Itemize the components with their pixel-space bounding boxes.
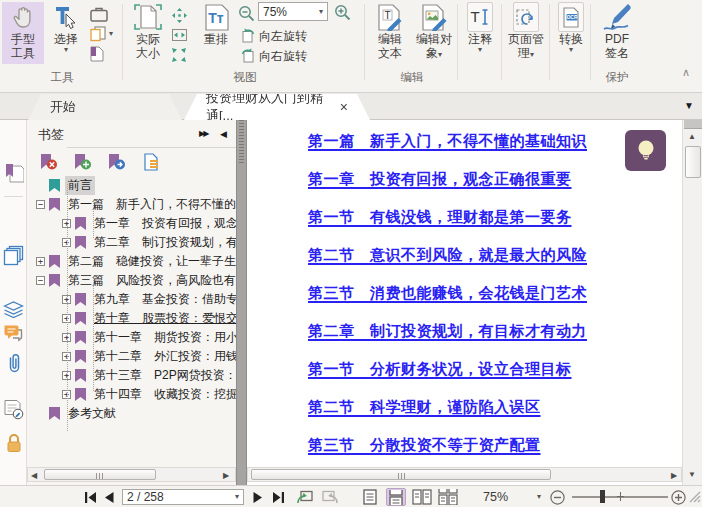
convert-button[interactable]: OCR 转换 ▾ <box>553 2 589 64</box>
previous-page-button[interactable] <box>104 486 114 507</box>
camera-icon[interactable] <box>90 5 110 23</box>
page-thumbnails-icon[interactable] <box>3 244 24 266</box>
edit-text-button[interactable]: T 编辑文本 <box>369 2 411 64</box>
bookmark-tree-item[interactable]: 前言 <box>27 176 236 195</box>
assistant-lightbulb-button[interactable] <box>625 130 666 171</box>
bookmark-label[interactable]: 第十章 股票投资：爱恨交 <box>91 309 236 328</box>
toc-link[interactable]: 第三节 分散投资不等于资产配置 <box>308 437 682 453</box>
expand-bookmarks-icon[interactable] <box>139 151 163 173</box>
panel-forward-icon[interactable]: ▶▶ <box>199 129 207 138</box>
attachments-panel-icon[interactable] <box>3 352 24 374</box>
comment-button[interactable]: T 注释 ▾ <box>461 2 499 64</box>
toc-link[interactable]: 第三节 消费也能赚钱，会花钱是门艺术 <box>308 285 682 301</box>
rotate-left-icon[interactable] <box>240 26 260 44</box>
purple-page-icon[interactable] <box>90 45 110 63</box>
edit-object-button[interactable]: 编辑对象▾ <box>413 2 455 64</box>
bookmark-label[interactable]: 第三篇 风险投资，高风险也有 <box>65 271 236 290</box>
zoom-level-combobox[interactable]: 75% ▾ <box>258 2 328 21</box>
facing-layout-icon[interactable] <box>412 486 432 507</box>
bookmark-tree-item[interactable]: +第二章 制订投资规划，有 <box>27 233 236 252</box>
bookmark-label[interactable]: 第十四章 收藏投资：挖掘 <box>91 385 236 404</box>
scroll-up-icon[interactable]: ▲ <box>688 132 696 141</box>
collapse-ribbon-icon[interactable]: ∧ <box>682 66 690 79</box>
delete-bookmark-icon[interactable] <box>36 151 60 173</box>
tab-document[interactable]: 投资理财从入门到精通[... × <box>184 94 370 120</box>
fit-visible-icon[interactable] <box>172 46 192 64</box>
scroll-right-icon[interactable]: ▶ <box>671 471 677 480</box>
zoom-in-circle-icon[interactable] <box>671 486 686 507</box>
zoom-slider-thumb[interactable] <box>600 490 605 503</box>
previous-view-button[interactable] <box>296 486 313 507</box>
next-page-button[interactable] <box>253 486 263 507</box>
bookmark-label[interactable]: 第十二章 外汇投资：用钱 <box>91 347 236 366</box>
zoom-out-icon[interactable] <box>238 4 258 22</box>
panel-collapse-icon[interactable]: ◀ <box>220 129 227 139</box>
zoom-percent-label[interactable]: 75% <box>483 486 508 507</box>
bookmark-tree-item[interactable]: −第三篇 风险投资，高风险也有 <box>27 271 236 290</box>
page-number-combobox[interactable]: 2 / 258 ▾ <box>122 489 244 505</box>
toc-link[interactable]: 第一章 投资有回报，观念正确很重要 <box>308 171 682 187</box>
scroll-down-icon[interactable]: ▼ <box>688 470 696 479</box>
panel-splitter[interactable] <box>236 120 247 485</box>
bookmark-label[interactable]: 第十三章 P2P网贷投资：用 <box>91 366 236 385</box>
first-page-button[interactable] <box>83 486 97 507</box>
continuous-facing-layout-icon[interactable] <box>438 486 458 507</box>
bookmark-tree-item[interactable]: +第十三章 P2P网贷投资：用 <box>27 366 236 385</box>
select-button[interactable]: 选择 ▾ <box>48 2 84 64</box>
security-panel-icon[interactable] <box>3 432 24 454</box>
bookmark-tree-item[interactable]: +第十四章 收藏投资：挖掘 <box>27 385 236 404</box>
bookmark-label[interactable]: 第十一章 期货投资：用小 <box>91 328 236 347</box>
bookmark-label[interactable]: 第九章 基金投资：借助专 <box>91 290 236 309</box>
hand-tool-button[interactable]: 手型工具 <box>2 2 44 64</box>
bookmark-label[interactable]: 第二篇 稳健投资，让一辈子生 <box>65 252 236 271</box>
actual-size-button[interactable]: 实际大小 <box>127 2 169 64</box>
expand-node-icon[interactable]: + <box>36 257 45 266</box>
scroll-left-icon[interactable]: ◀ <box>31 471 37 480</box>
collapse-node-icon[interactable]: − <box>36 200 45 209</box>
snapshot-clipboard-icon[interactable]: ▾ <box>90 25 120 43</box>
content-vscroll-thumb[interactable] <box>685 146 701 178</box>
content-vscrollbar[interactable]: ▲ ▼ <box>682 120 702 485</box>
rotate-right-label[interactable]: 向右旋转 <box>259 48 307 65</box>
comments-panel-icon[interactable] <box>3 322 24 344</box>
fit-width-icon[interactable] <box>172 26 192 44</box>
pdf-sign-button[interactable]: PDF签名 <box>593 2 641 64</box>
continuous-layout-icon[interactable] <box>386 488 406 506</box>
zoom-out-circle-icon[interactable] <box>550 486 565 507</box>
bookmark-tree-item[interactable]: +第一章 投资有回报，观念 <box>27 214 236 233</box>
bookmark-tree-item[interactable]: +第九章 基金投资：借助专 <box>27 290 236 309</box>
bookmark-label[interactable]: 第一篇 新手入门，不得不懂的 <box>65 195 236 214</box>
bookmark-tree-item[interactable]: +第十一章 期货投资：用小 <box>27 328 236 347</box>
bookmarks-hscrollbar[interactable]: ◀ ▶ <box>27 467 236 482</box>
content-hscrollbar[interactable]: ▶ <box>247 467 682 482</box>
scroll-right-icon[interactable]: ▶ <box>223 471 229 480</box>
bookmark-tree-item[interactable]: −第一篇 新手入门，不得不懂的 <box>27 195 236 214</box>
toc-link[interactable]: 第一节 有钱没钱，理财都是第一要务 <box>308 209 682 225</box>
bookmark-label[interactable]: 参考文献 <box>65 404 119 423</box>
scrollbar-split-handle[interactable] <box>684 120 702 129</box>
reflow-button[interactable]: Tт 重排 <box>198 2 234 64</box>
bookmark-label[interactable]: 第二章 制订投资规划，有 <box>91 233 236 252</box>
toc-link[interactable]: 第二节 意识不到风险，就是最大的风险 <box>308 247 682 263</box>
rotate-left-label[interactable]: 向左旋转 <box>259 28 307 45</box>
bookmark-tree-item[interactable]: +第二篇 稳健投资，让一辈子生 <box>27 252 236 271</box>
add-bookmark-icon[interactable] <box>70 151 94 173</box>
tab-list-dropdown-icon[interactable]: ▼ <box>684 100 694 111</box>
toc-link[interactable]: 第一节 分析财务状况，设立合理目标 <box>308 361 682 377</box>
zoom-dropdown-icon[interactable]: ▾ <box>537 486 541 507</box>
zoom-in-icon[interactable] <box>334 3 354 21</box>
page-management-button[interactable]: 页面管理▾ <box>504 2 548 64</box>
splitter-grip[interactable] <box>239 120 244 164</box>
window-resize-grip-icon[interactable] <box>689 486 701 507</box>
next-bookmark-icon[interactable] <box>104 151 128 173</box>
bookmark-label[interactable]: 第一章 投资有回报，观念 <box>91 214 236 233</box>
next-view-button[interactable] <box>322 486 339 507</box>
layers-panel-icon[interactable] <box>3 298 24 320</box>
fit-page-icon[interactable] <box>172 6 192 24</box>
bookmark-tree-item[interactable]: 参考文献 <box>27 404 236 423</box>
rotate-right-icon[interactable] <box>240 46 260 64</box>
bookmark-tree-item[interactable]: +第十章 股票投资：爱恨交 <box>27 309 236 328</box>
bookmarks-hscroll-thumb[interactable] <box>44 469 156 480</box>
toc-link[interactable]: 第二节 科学理财，谨防陷入误区 <box>308 399 682 415</box>
content-hscroll-thumb[interactable] <box>251 469 551 480</box>
